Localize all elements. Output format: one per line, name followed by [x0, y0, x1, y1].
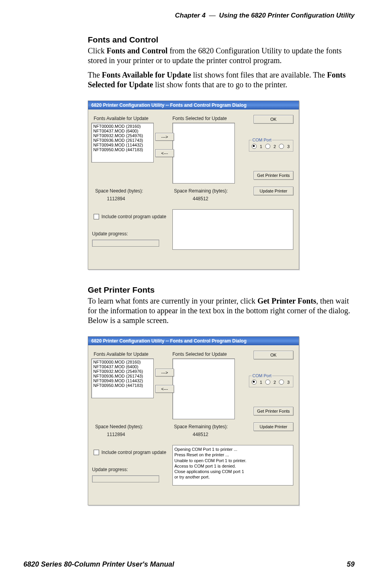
section2-paragraph1: To learn what fonts are currently in you…: [88, 296, 355, 325]
list-item[interactable]: NFT00936.MOD (261743): [93, 374, 152, 378]
get-printer-fonts-button-2[interactable]: Get Printer Fonts: [254, 407, 293, 415]
label-space-remaining-2: Space Remaining (bytes):: [174, 424, 228, 429]
label-update-progress: Update progress:: [92, 231, 128, 237]
com-port-legend: COM Port: [252, 138, 272, 142]
dialog-fonts-control-2: 6820 Printer Configuration Utility -- Fo…: [88, 336, 299, 505]
status-line: Access to COM port 1 is denied.: [174, 463, 291, 469]
add-button[interactable]: --->: [155, 133, 174, 141]
section-title-fonts-control: Fonts and Control: [88, 35, 355, 44]
label-include-control-program-2: Include control program update: [101, 450, 166, 455]
dialog-fonts-control: 6820 Printer Configuration Utility -- Fo…: [88, 101, 299, 270]
com-port-legend-2: COM Port: [252, 373, 272, 378]
value-space-needed-2: 1112894: [107, 432, 125, 437]
status-line: Opening COM Port 1 to printer ...: [174, 447, 291, 452]
listbox-fonts-available[interactable]: NFT00000.MOD (28160) NFT00437.MOD (6400)…: [91, 123, 154, 162]
label-space-needed-2: Space Needed (bytes):: [95, 424, 143, 429]
add-button-2[interactable]: --->: [155, 369, 174, 376]
screenshot-fonts-control-2: 6820 Printer Configuration Utility -- Fo…: [88, 336, 355, 505]
label-space-remaining: Space Remaining (bytes):: [174, 188, 228, 194]
update-printer-button-2[interactable]: Update Printer: [254, 422, 293, 431]
progress-bar: [92, 240, 159, 247]
chapter-title: Using the 6820 Printer Configuration Uti…: [219, 12, 355, 19]
status-line: Close applications using COM port 1: [174, 469, 291, 474]
chapter-label: Chapter 4: [175, 12, 206, 19]
label-fonts-selected: Fonts Selected for Update: [172, 116, 227, 121]
label-update-progress-2: Update progress:: [92, 467, 128, 472]
list-item[interactable]: NFT00437.MOD (6400): [93, 129, 152, 133]
value-space-remaining-2: 448512: [193, 432, 208, 437]
section1-paragraph2: The Fonts Available for Update list show…: [88, 70, 355, 90]
dialog-titlebar: 6820 Printer Configuration Utility -- Fo…: [88, 101, 299, 109]
update-printer-button[interactable]: Update Printer: [254, 187, 293, 195]
com-port-2-radio-2[interactable]: [265, 380, 270, 385]
list-item[interactable]: NFT00949.MOD (114432): [93, 378, 152, 383]
label-fonts-selected-2: Fonts Selected for Update: [172, 351, 227, 357]
include-control-program-checkbox-2[interactable]: [94, 450, 99, 455]
status-line: Press Reset on the printer ...: [174, 452, 291, 457]
listbox-fonts-selected[interactable]: [172, 123, 235, 184]
label-fonts-available: Fonts Available for Update: [94, 116, 149, 121]
status-textbox[interactable]: [172, 209, 293, 250]
list-item[interactable]: NFT00949.MOD (114432): [93, 143, 152, 147]
section-title-get-printer-fonts: Get Printer Fonts: [88, 285, 355, 295]
list-item[interactable]: NFT00932.MOD (254976): [93, 369, 152, 374]
include-control-program-checkbox[interactable]: [94, 214, 99, 219]
page-footer: 6820 Series 80-Column Printer User's Man…: [23, 560, 355, 569]
com-port-1-radio[interactable]: [252, 144, 257, 149]
ok-button[interactable]: OK: [254, 115, 293, 124]
header-separator: —: [209, 12, 216, 19]
value-space-needed: 1112894: [107, 196, 125, 201]
list-item[interactable]: NFT00000.MOD (28160): [93, 360, 152, 364]
progress-bar-2: [92, 475, 159, 482]
label-space-needed: Space Needed (bytes):: [95, 188, 143, 194]
com-port-group: COM Port 1 2 3: [249, 138, 293, 152]
ok-button-2[interactable]: OK: [254, 351, 293, 359]
get-printer-fonts-button[interactable]: Get Printer Fonts: [254, 171, 293, 180]
list-item[interactable]: NFT00950.MOD (447183): [93, 383, 152, 388]
com-port-3-radio[interactable]: [279, 144, 284, 149]
listbox-fonts-selected-2[interactable]: [172, 358, 235, 419]
remove-button[interactable]: <---: [155, 149, 174, 157]
footer-page-number: 59: [347, 560, 355, 569]
listbox-fonts-available-2[interactable]: NFT00000.MOD (28160) NFT00437.MOD (6400)…: [91, 358, 154, 398]
list-item[interactable]: NFT00936.MOD (261743): [93, 138, 152, 143]
status-textbox-2[interactable]: Opening COM Port 1 to printer ... Press …: [172, 445, 293, 486]
list-item[interactable]: NFT00932.MOD (254976): [93, 133, 152, 138]
page-header: Chapter 4 — Using the 6820 Printer Confi…: [23, 12, 355, 19]
com-port-3-radio-2[interactable]: [279, 380, 284, 385]
list-item[interactable]: NFT00000.MOD (28160): [93, 124, 152, 129]
list-item[interactable]: NFT00437.MOD (6400): [93, 364, 152, 369]
value-space-remaining: 448512: [193, 196, 208, 201]
remove-button-2[interactable]: <---: [155, 385, 174, 393]
com-port-2-radio[interactable]: [265, 144, 270, 149]
dialog-titlebar-2: 6820 Printer Configuration Utility -- Fo…: [88, 337, 299, 345]
com-port-group-2: COM Port 1 2 3: [249, 373, 293, 387]
screenshot-fonts-control-1: 6820 Printer Configuration Utility -- Fo…: [88, 101, 355, 270]
status-line: Unable to open COM Port 1 to printer.: [174, 458, 291, 463]
label-include-control-program: Include control program update: [101, 214, 166, 219]
section1-paragraph1: Click Fonts and Control from the 6820 Co…: [88, 46, 355, 65]
status-line: or try another port.: [174, 474, 291, 480]
com-port-1-radio-2[interactable]: [252, 380, 257, 385]
list-item[interactable]: NFT00950.MOD (447183): [93, 147, 152, 152]
footer-manual-title: 6820 Series 80-Column Printer User's Man…: [23, 560, 174, 569]
label-fonts-available-2: Fonts Available for Update: [94, 351, 149, 357]
